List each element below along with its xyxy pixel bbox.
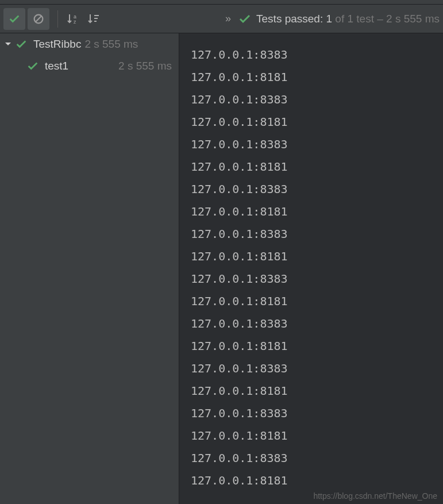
test-pass-icon xyxy=(15,38,28,51)
svg-text:z: z xyxy=(74,19,76,25)
output-line: 127.0.0.1:8181 xyxy=(191,156,432,178)
status-prefix: Tests passed: xyxy=(256,13,323,25)
output-line: 127.0.0.1:8383 xyxy=(191,402,432,425)
output-line: 127.0.0.1:8383 xyxy=(191,223,432,245)
status-suffix: of 1 test – 2 s 555 ms xyxy=(335,13,440,25)
status-check-icon xyxy=(238,12,252,26)
test-pass-icon xyxy=(26,60,39,72)
console-output[interactable]: 127.0.0.1:8383127.0.0.1:8181127.0.0.1:83… xyxy=(179,33,443,504)
output-line: 127.0.0.1:8181 xyxy=(191,425,432,447)
test-class-name: TestRibbc xyxy=(33,38,81,51)
test-tree-panel: TestRibbc 2 s 555 ms test1 2 s 555 ms xyxy=(0,33,179,504)
sort-duration-button[interactable] xyxy=(84,10,103,28)
test-method-time: 2 s 555 ms xyxy=(118,60,175,72)
output-line: 127.0.0.1:8181 xyxy=(191,111,432,133)
output-line: 127.0.0.1:8383 xyxy=(191,313,432,335)
sort-duration-icon xyxy=(87,12,101,26)
top-strip xyxy=(0,0,443,5)
output-line: 127.0.0.1:8383 xyxy=(191,89,432,111)
output-line: 127.0.0.1:8181 xyxy=(191,335,432,357)
output-line: 127.0.0.1:8383 xyxy=(191,357,432,380)
output-line: 127.0.0.1:8383 xyxy=(191,44,432,66)
output-line: 127.0.0.1:8181 xyxy=(191,201,432,223)
output-line: 127.0.0.1:8181 xyxy=(191,290,432,313)
test-tree-root[interactable]: TestRibbc 2 s 555 ms xyxy=(0,33,179,55)
output-line: 127.0.0.1:8181 xyxy=(191,245,432,268)
toolbar: az » Tests passed: 1 of 1 test – 2 s 555… xyxy=(0,5,443,33)
test-status-bar: Tests passed: 1 of 1 test – 2 s 555 ms xyxy=(238,12,440,26)
cancel-icon xyxy=(32,13,45,25)
main-area: TestRibbc 2 s 555 ms test1 2 s 555 ms 12… xyxy=(0,33,443,504)
output-line: 127.0.0.1:8181 xyxy=(191,66,432,89)
divider xyxy=(57,10,58,28)
show-passed-button[interactable] xyxy=(3,8,25,30)
output-line: 127.0.0.1:8383 xyxy=(191,268,432,290)
sort-alpha-icon: az xyxy=(66,12,80,26)
test-class-time: 2 s 555 ms xyxy=(84,38,138,51)
output-line: 127.0.0.1:8383 xyxy=(191,178,432,201)
svg-line-1 xyxy=(36,16,42,22)
output-line: 127.0.0.1:8181 xyxy=(191,470,432,492)
sort-alpha-button[interactable]: az xyxy=(64,10,82,28)
tree-toggle[interactable] xyxy=(3,40,13,49)
chevron-down-icon xyxy=(5,41,11,48)
expand-button[interactable]: » xyxy=(225,13,231,25)
watermark: https://blog.csdn.net/TheNew_One xyxy=(313,491,437,501)
output-line: 127.0.0.1:8383 xyxy=(191,133,432,156)
test-method-name: test1 xyxy=(45,60,68,72)
status-count: 1 xyxy=(326,13,332,25)
output-line: 127.0.0.1:8181 xyxy=(191,380,432,402)
check-icon xyxy=(8,13,21,25)
show-ignored-button[interactable] xyxy=(28,8,49,30)
test-tree-item[interactable]: test1 2 s 555 ms xyxy=(0,55,179,77)
output-line: 127.0.0.1:8383 xyxy=(191,447,432,470)
